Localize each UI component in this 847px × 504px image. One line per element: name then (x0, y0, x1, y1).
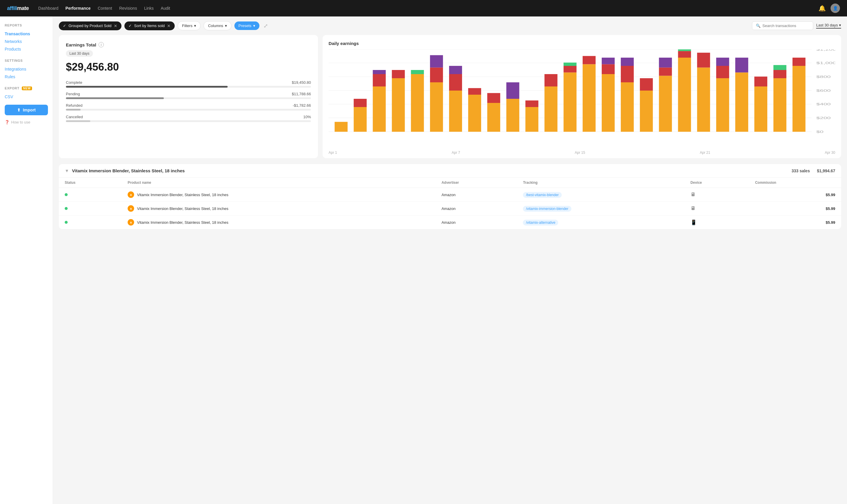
sidebar-item-transactions[interactable]: Transactions (5, 30, 48, 38)
sidebar-item-integrations[interactable]: Integrations (5, 65, 48, 73)
bar-segment (659, 58, 672, 68)
bar-segment (582, 56, 596, 64)
svg-text:$0: $0 (816, 130, 824, 134)
bar-segment (697, 68, 710, 132)
complete-value: $19,450.80 (292, 80, 311, 85)
svg-text:$1,000: $1,000 (816, 61, 835, 65)
status-cell (59, 188, 122, 202)
tracking-cell: /vitamix-immersion-blender (517, 202, 684, 216)
tracking-pill[interactable]: /vitamix-immersion-blender (523, 206, 571, 212)
table-body: a Vitamix Immersion Blender, Stainless S… (59, 188, 841, 229)
cancelled-progress-bg (66, 120, 311, 122)
expand-icon[interactable]: ⤢ (262, 21, 269, 30)
bar-segment (373, 74, 386, 87)
refunded-value: -$1,782.66 (293, 103, 311, 108)
sidebar-item-csv[interactable]: CSV (5, 93, 48, 101)
presets-button[interactable]: Presets ▾ (234, 21, 259, 30)
bar-segment (717, 66, 729, 78)
tracking-pill[interactable]: /vitamix-alternative (523, 220, 558, 226)
sidebar-item-rules[interactable]: Rules (5, 73, 48, 80)
import-button[interactable]: ⬆ Import (5, 105, 48, 115)
nav-performance[interactable]: Performance (66, 6, 91, 11)
search-input[interactable] (762, 23, 809, 28)
sidebar-item-networks[interactable]: Networks (5, 38, 48, 45)
chip1-remove[interactable]: ✕ (114, 23, 118, 28)
bar-segment (754, 76, 767, 87)
bar-segment (678, 49, 691, 51)
bar-segment (506, 82, 519, 99)
bar-segment (545, 74, 558, 87)
nav-revisions[interactable]: Revisions (119, 6, 137, 11)
filters-button[interactable]: Filters ▾ (178, 21, 201, 30)
bar-segment (582, 64, 596, 132)
bar-segment (373, 70, 386, 74)
cancelled-label: Cancelled (66, 115, 83, 119)
how-to-link[interactable]: ❓ How to use (5, 120, 48, 124)
bar-segment (449, 91, 462, 132)
nav-audit[interactable]: Audit (161, 6, 170, 11)
bar-segment (411, 70, 424, 74)
bar-segment (354, 99, 367, 107)
status-cell (59, 216, 122, 229)
bar-segment (621, 66, 634, 82)
table-row: a Vitamix Immersion Blender, Stainless S… (59, 202, 841, 216)
bar-segment (640, 91, 653, 132)
avatar[interactable]: 👤 (831, 3, 840, 13)
chart-area: $0 $200 $400 $600 $800 $1,000 $1,200 (328, 49, 835, 149)
svg-text:$1,200: $1,200 (816, 49, 835, 52)
amazon-logo: a (128, 192, 134, 198)
date-range-button[interactable]: Last 30 days ▾ (816, 23, 841, 29)
grouped-by-chip[interactable]: ✓ Grouped by Product Sold ✕ (59, 21, 122, 30)
device-cell: 📱 (685, 216, 749, 229)
check-icon2: ✓ (128, 23, 132, 28)
device-icon: 🖥 (690, 205, 696, 211)
x-label-apr30: Apr 30 (825, 150, 835, 155)
col-product-name: Product name (122, 178, 436, 188)
pending-value: $11,788.66 (292, 92, 311, 96)
bar-segment (659, 68, 672, 76)
status-dot (65, 193, 68, 196)
earnings-card: Earnings Total i Last 30 days $29,456.80… (59, 35, 318, 158)
complete-stat: Complete $19,450.80 (66, 80, 311, 88)
bar-segment (411, 74, 424, 132)
bar-segment (468, 88, 481, 95)
table-row: a Vitamix Immersion Blender, Stainless S… (59, 188, 841, 202)
col-device: Device (685, 178, 749, 188)
bell-icon[interactable]: 🔔 (818, 5, 826, 12)
tracking-pill[interactable]: /best-vitamix-blender (523, 192, 561, 198)
bar-segment (793, 58, 806, 66)
bar-segment (335, 122, 348, 132)
nav-dashboard[interactable]: Dashboard (38, 6, 58, 11)
product-group-header[interactable]: ▼ Vitamix Immersion Blender, Stainless S… (59, 164, 841, 178)
chart-title: Daily earnings (328, 41, 835, 46)
sort-by-chip[interactable]: ✓ Sort by Items sold ✕ (124, 21, 175, 30)
status-cell (59, 202, 122, 216)
sidebar-item-products[interactable]: Products (5, 45, 48, 53)
amazon-logo: a (128, 219, 134, 226)
period-badge: Last 30 days (66, 50, 93, 57)
settings-section-title: SETTINGS (5, 59, 48, 62)
main-content: ✓ Grouped by Product Sold ✕ ✓ Sort by It… (53, 16, 847, 504)
bar-segment (774, 65, 787, 70)
sales-value: $1,994.67 (817, 168, 835, 173)
cancelled-value: 10% (303, 115, 311, 119)
nav-content[interactable]: Content (98, 6, 112, 11)
bar-segment (717, 58, 729, 66)
product-group: ▼ Vitamix Immersion Blender, Stainless S… (59, 164, 841, 229)
chevron-down-icon5: ▼ (65, 168, 69, 173)
product-group-title: Vitamix Immersion Blender, Stainless Ste… (72, 168, 185, 173)
product-name-cell: a Vitamix Immersion Blender, Stainless S… (122, 216, 436, 229)
info-icon[interactable]: i (98, 42, 104, 47)
bar-segment (717, 78, 729, 132)
chip2-remove[interactable]: ✕ (167, 23, 170, 28)
device-cell: 🖥 (685, 188, 749, 202)
search-transactions-field[interactable]: 🔍 (752, 21, 813, 30)
bar-segment (430, 68, 443, 82)
nav-links[interactable]: Links (144, 6, 154, 11)
bar-segment (564, 66, 577, 72)
logo[interactable]: affilimate (7, 5, 29, 12)
topnav-left: affilimate Dashboard Performance Content… (7, 5, 170, 12)
advertiser-cell: Amazon (436, 202, 517, 216)
columns-button[interactable]: Columns ▾ (203, 21, 231, 30)
daily-earnings-chart: $0 $200 $400 $600 $800 $1,000 $1,200 (328, 49, 835, 149)
